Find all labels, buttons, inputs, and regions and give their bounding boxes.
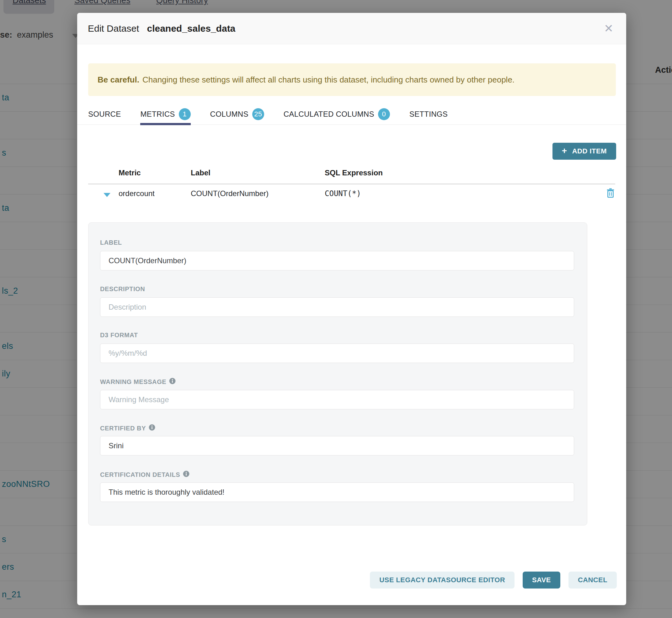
warning-message-field-label-text: WARNING MESSAGE — [100, 378, 166, 386]
info-icon[interactable] — [183, 471, 189, 479]
metric-row: ordercount COUNT(OrderNumber) COUNT(*) — [77, 186, 626, 205]
plus-icon: + — [562, 146, 567, 156]
columns-count-badge: 25 — [252, 108, 264, 120]
metrics-count-badge: 1 — [179, 108, 191, 120]
tab-metrics-label: METRICS — [140, 110, 175, 119]
modal-tabs: SOURCE METRICS 1 COLUMNS 25 CALCULATED C… — [77, 104, 626, 125]
d3-format-field-label: D3 FORMAT — [100, 332, 138, 339]
label-input[interactable] — [100, 251, 574, 271]
certified-by-field-label: CERTIFIED BY — [100, 424, 155, 432]
metrics-table-header: Metric Label SQL Expression — [77, 169, 626, 184]
certified-by-field-label-text: CERTIFIED BY — [100, 425, 146, 432]
tab-calculated-columns[interactable]: CALCULATED COLUMNS 0 — [284, 104, 390, 125]
metric-name: ordercount — [119, 189, 155, 198]
tab-source[interactable]: SOURCE — [88, 104, 121, 125]
metrics-table-divider — [88, 184, 615, 185]
add-item-button[interactable]: + ADD ITEM — [553, 143, 616, 160]
dataset-name: cleaned_sales_data — [147, 23, 235, 33]
calculated-columns-count-badge: 0 — [378, 108, 390, 120]
description-field-label: DESCRIPTION — [100, 286, 145, 293]
tab-source-label: SOURCE — [88, 110, 121, 119]
tab-calculated-columns-label: CALCULATED COLUMNS — [284, 110, 374, 119]
column-header-sql-expression: SQL Expression — [325, 169, 383, 177]
certification-details-input[interactable] — [100, 483, 574, 502]
metric-sql-expression: COUNT(*) — [325, 189, 361, 198]
tab-columns-label: COLUMNS — [210, 110, 249, 119]
warning-banner-bold: Be careful. — [98, 75, 139, 85]
cancel-button[interactable]: CANCEL — [568, 572, 617, 589]
warning-message-field-label: WARNING MESSAGE — [100, 378, 176, 386]
certified-by-input[interactable] — [100, 436, 574, 455]
trash-icon[interactable] — [606, 188, 615, 199]
d3-format-input[interactable] — [100, 343, 574, 363]
tab-settings[interactable]: SETTINGS — [409, 104, 448, 125]
metric-edit-panel: LABEL DESCRIPTION D3 FORMAT WARNING MESS… — [88, 222, 587, 525]
modal-title: Edit Dataset cleaned_sales_data — [88, 23, 235, 34]
modal-title-prefix: Edit Dataset — [88, 23, 139, 33]
description-input[interactable] — [100, 297, 574, 317]
certification-details-field-label-text: CERTIFICATION DETAILS — [100, 471, 180, 479]
warning-message-input[interactable] — [100, 390, 574, 409]
add-item-label: ADD ITEM — [572, 147, 607, 155]
label-field-label-text: LABEL — [100, 239, 122, 246]
use-legacy-datasource-editor-button[interactable]: USE LEGACY DATASOURCE EDITOR — [370, 572, 514, 589]
info-icon[interactable] — [169, 378, 176, 386]
warning-banner-text: Changing these settings will affect all … — [142, 75, 514, 85]
modal-footer: USE LEGACY DATASOURCE EDITOR SAVE CANCEL — [370, 572, 617, 589]
collapse-caret-icon[interactable] — [104, 193, 110, 197]
certification-details-field-label: CERTIFICATION DETAILS — [100, 471, 189, 479]
tab-columns[interactable]: COLUMNS 25 — [210, 104, 264, 125]
info-icon[interactable] — [149, 424, 155, 432]
description-field-label-text: DESCRIPTION — [100, 286, 145, 293]
d3-format-field-label-text: D3 FORMAT — [100, 332, 138, 339]
column-header-metric: Metric — [119, 169, 141, 177]
label-field-label: LABEL — [100, 239, 122, 246]
modal-header: Edit Dataset cleaned_sales_data — [77, 13, 626, 44]
tab-settings-label: SETTINGS — [409, 110, 448, 119]
edit-dataset-modal: Edit Dataset cleaned_sales_data ✕ Be car… — [77, 13, 626, 605]
close-icon[interactable]: ✕ — [599, 13, 618, 44]
metric-label: COUNT(OrderNumber) — [191, 189, 269, 198]
tab-metrics[interactable]: METRICS 1 — [140, 104, 190, 125]
save-button[interactable]: SAVE — [523, 572, 560, 589]
column-header-label: Label — [191, 169, 210, 177]
warning-banner: Be careful. Changing these settings will… — [88, 63, 616, 96]
